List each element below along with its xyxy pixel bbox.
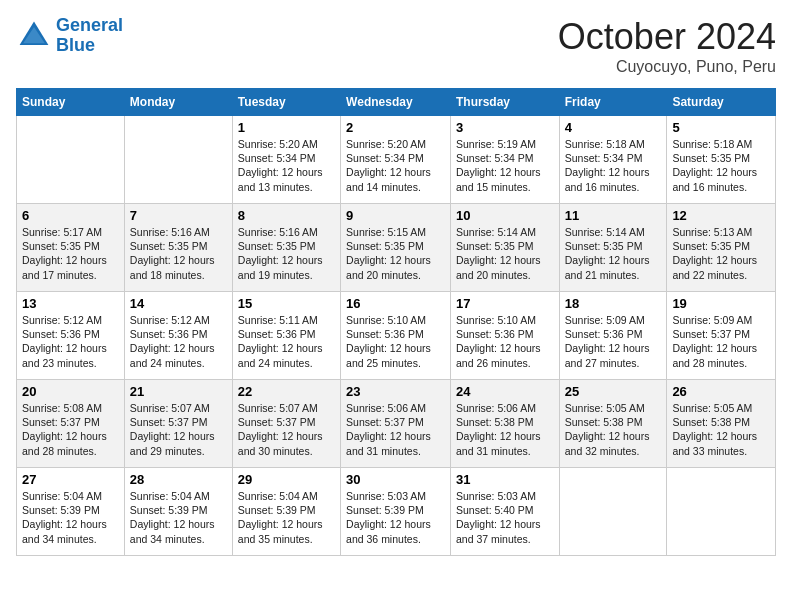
- day-info: Sunrise: 5:12 AM Sunset: 5:36 PM Dayligh…: [130, 313, 227, 370]
- calendar-cell: 28Sunrise: 5:04 AM Sunset: 5:39 PM Dayli…: [124, 468, 232, 556]
- calendar-table: SundayMondayTuesdayWednesdayThursdayFrid…: [16, 88, 776, 556]
- day-info: Sunrise: 5:05 AM Sunset: 5:38 PM Dayligh…: [565, 401, 662, 458]
- day-info: Sunrise: 5:18 AM Sunset: 5:34 PM Dayligh…: [565, 137, 662, 194]
- day-info: Sunrise: 5:15 AM Sunset: 5:35 PM Dayligh…: [346, 225, 445, 282]
- day-number: 14: [130, 296, 227, 311]
- calendar-cell: 24Sunrise: 5:06 AM Sunset: 5:38 PM Dayli…: [450, 380, 559, 468]
- calendar-cell: [667, 468, 776, 556]
- day-info: Sunrise: 5:06 AM Sunset: 5:38 PM Dayligh…: [456, 401, 554, 458]
- day-number: 17: [456, 296, 554, 311]
- title-block: October 2024 Cuyocuyo, Puno, Peru: [558, 16, 776, 76]
- calendar-cell: 11Sunrise: 5:14 AM Sunset: 5:35 PM Dayli…: [559, 204, 667, 292]
- calendar-cell: 16Sunrise: 5:10 AM Sunset: 5:36 PM Dayli…: [341, 292, 451, 380]
- calendar-cell: 3Sunrise: 5:19 AM Sunset: 5:34 PM Daylig…: [450, 116, 559, 204]
- day-info: Sunrise: 5:20 AM Sunset: 5:34 PM Dayligh…: [238, 137, 335, 194]
- day-info: Sunrise: 5:03 AM Sunset: 5:39 PM Dayligh…: [346, 489, 445, 546]
- calendar-cell: 26Sunrise: 5:05 AM Sunset: 5:38 PM Dayli…: [667, 380, 776, 468]
- day-info: Sunrise: 5:09 AM Sunset: 5:36 PM Dayligh…: [565, 313, 662, 370]
- day-number: 29: [238, 472, 335, 487]
- page-header: General Blue October 2024 Cuyocuyo, Puno…: [16, 16, 776, 76]
- day-number: 24: [456, 384, 554, 399]
- day-number: 8: [238, 208, 335, 223]
- week-row-3: 13Sunrise: 5:12 AM Sunset: 5:36 PM Dayli…: [17, 292, 776, 380]
- day-number: 6: [22, 208, 119, 223]
- header-day-sunday: Sunday: [17, 89, 125, 116]
- week-row-4: 20Sunrise: 5:08 AM Sunset: 5:37 PM Dayli…: [17, 380, 776, 468]
- calendar-cell: 9Sunrise: 5:15 AM Sunset: 5:35 PM Daylig…: [341, 204, 451, 292]
- calendar-cell: 27Sunrise: 5:04 AM Sunset: 5:39 PM Dayli…: [17, 468, 125, 556]
- day-info: Sunrise: 5:05 AM Sunset: 5:38 PM Dayligh…: [672, 401, 770, 458]
- day-number: 23: [346, 384, 445, 399]
- day-info: Sunrise: 5:04 AM Sunset: 5:39 PM Dayligh…: [22, 489, 119, 546]
- day-number: 2: [346, 120, 445, 135]
- day-info: Sunrise: 5:13 AM Sunset: 5:35 PM Dayligh…: [672, 225, 770, 282]
- calendar-cell: 22Sunrise: 5:07 AM Sunset: 5:37 PM Dayli…: [232, 380, 340, 468]
- day-info: Sunrise: 5:08 AM Sunset: 5:37 PM Dayligh…: [22, 401, 119, 458]
- header-row: SundayMondayTuesdayWednesdayThursdayFrid…: [17, 89, 776, 116]
- day-number: 9: [346, 208, 445, 223]
- calendar-cell: 20Sunrise: 5:08 AM Sunset: 5:37 PM Dayli…: [17, 380, 125, 468]
- day-number: 7: [130, 208, 227, 223]
- calendar-cell: 25Sunrise: 5:05 AM Sunset: 5:38 PM Dayli…: [559, 380, 667, 468]
- day-number: 16: [346, 296, 445, 311]
- logo-text: General Blue: [56, 16, 123, 56]
- day-number: 27: [22, 472, 119, 487]
- day-info: Sunrise: 5:03 AM Sunset: 5:40 PM Dayligh…: [456, 489, 554, 546]
- header-day-monday: Monday: [124, 89, 232, 116]
- calendar-cell: 14Sunrise: 5:12 AM Sunset: 5:36 PM Dayli…: [124, 292, 232, 380]
- calendar-cell: 10Sunrise: 5:14 AM Sunset: 5:35 PM Dayli…: [450, 204, 559, 292]
- day-number: 26: [672, 384, 770, 399]
- header-day-friday: Friday: [559, 89, 667, 116]
- day-info: Sunrise: 5:04 AM Sunset: 5:39 PM Dayligh…: [130, 489, 227, 546]
- day-number: 31: [456, 472, 554, 487]
- calendar-cell: 13Sunrise: 5:12 AM Sunset: 5:36 PM Dayli…: [17, 292, 125, 380]
- calendar-cell: 1Sunrise: 5:20 AM Sunset: 5:34 PM Daylig…: [232, 116, 340, 204]
- day-info: Sunrise: 5:16 AM Sunset: 5:35 PM Dayligh…: [238, 225, 335, 282]
- calendar-cell: 18Sunrise: 5:09 AM Sunset: 5:36 PM Dayli…: [559, 292, 667, 380]
- calendar-cell: 30Sunrise: 5:03 AM Sunset: 5:39 PM Dayli…: [341, 468, 451, 556]
- logo-icon: [16, 18, 52, 54]
- day-number: 15: [238, 296, 335, 311]
- logo: General Blue: [16, 16, 123, 56]
- day-info: Sunrise: 5:17 AM Sunset: 5:35 PM Dayligh…: [22, 225, 119, 282]
- logo-blue: Blue: [56, 36, 123, 56]
- day-info: Sunrise: 5:19 AM Sunset: 5:34 PM Dayligh…: [456, 137, 554, 194]
- calendar-cell: 5Sunrise: 5:18 AM Sunset: 5:35 PM Daylig…: [667, 116, 776, 204]
- calendar-cell: 17Sunrise: 5:10 AM Sunset: 5:36 PM Dayli…: [450, 292, 559, 380]
- day-number: 11: [565, 208, 662, 223]
- day-info: Sunrise: 5:11 AM Sunset: 5:36 PM Dayligh…: [238, 313, 335, 370]
- calendar-cell: 15Sunrise: 5:11 AM Sunset: 5:36 PM Dayli…: [232, 292, 340, 380]
- week-row-1: 1Sunrise: 5:20 AM Sunset: 5:34 PM Daylig…: [17, 116, 776, 204]
- header-day-wednesday: Wednesday: [341, 89, 451, 116]
- day-number: 25: [565, 384, 662, 399]
- day-number: 30: [346, 472, 445, 487]
- calendar-cell: 19Sunrise: 5:09 AM Sunset: 5:37 PM Dayli…: [667, 292, 776, 380]
- day-number: 5: [672, 120, 770, 135]
- calendar-cell: 2Sunrise: 5:20 AM Sunset: 5:34 PM Daylig…: [341, 116, 451, 204]
- day-number: 28: [130, 472, 227, 487]
- day-number: 19: [672, 296, 770, 311]
- day-number: 4: [565, 120, 662, 135]
- calendar-cell: 31Sunrise: 5:03 AM Sunset: 5:40 PM Dayli…: [450, 468, 559, 556]
- week-row-2: 6Sunrise: 5:17 AM Sunset: 5:35 PM Daylig…: [17, 204, 776, 292]
- calendar-cell: 29Sunrise: 5:04 AM Sunset: 5:39 PM Dayli…: [232, 468, 340, 556]
- day-number: 18: [565, 296, 662, 311]
- day-number: 22: [238, 384, 335, 399]
- calendar-cell: 8Sunrise: 5:16 AM Sunset: 5:35 PM Daylig…: [232, 204, 340, 292]
- day-info: Sunrise: 5:06 AM Sunset: 5:37 PM Dayligh…: [346, 401, 445, 458]
- logo-general: General: [56, 15, 123, 35]
- day-number: 20: [22, 384, 119, 399]
- day-number: 13: [22, 296, 119, 311]
- calendar-cell: [17, 116, 125, 204]
- calendar-cell: 7Sunrise: 5:16 AM Sunset: 5:35 PM Daylig…: [124, 204, 232, 292]
- calendar-cell: 21Sunrise: 5:07 AM Sunset: 5:37 PM Dayli…: [124, 380, 232, 468]
- day-number: 1: [238, 120, 335, 135]
- day-number: 12: [672, 208, 770, 223]
- calendar-body: 1Sunrise: 5:20 AM Sunset: 5:34 PM Daylig…: [17, 116, 776, 556]
- calendar-cell: [559, 468, 667, 556]
- day-info: Sunrise: 5:07 AM Sunset: 5:37 PM Dayligh…: [130, 401, 227, 458]
- header-day-tuesday: Tuesday: [232, 89, 340, 116]
- calendar-cell: 4Sunrise: 5:18 AM Sunset: 5:34 PM Daylig…: [559, 116, 667, 204]
- day-number: 21: [130, 384, 227, 399]
- day-info: Sunrise: 5:07 AM Sunset: 5:37 PM Dayligh…: [238, 401, 335, 458]
